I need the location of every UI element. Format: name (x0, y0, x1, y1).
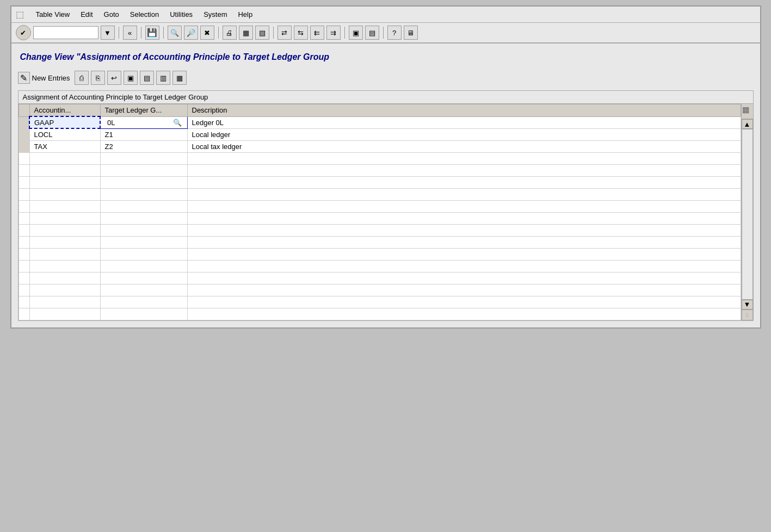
menu-edit[interactable]: Edit (75, 9, 98, 20)
action-toolbar: ✎ New Entries ⎙ ⎘ ↩ ▣ ▤ ▥ ▦ (18, 71, 754, 85)
ledger-cell-3[interactable]: Z2 (100, 140, 187, 152)
nav2-btn[interactable]: ⇆ (294, 26, 308, 40)
nav1-btn[interactable]: ⇄ (277, 26, 292, 40)
execute-button[interactable]: ✔ (16, 25, 31, 40)
empty-cell[interactable] (187, 152, 741, 164)
new-entries-icon[interactable]: ✎ (18, 72, 30, 84)
sep2 (141, 27, 141, 39)
grid-icon (743, 107, 751, 116)
table-wrapper: Accountin... Target Ledger G... Descript… (18, 104, 753, 320)
back-btn[interactable]: « (123, 26, 137, 40)
sep3 (163, 27, 164, 39)
ref-btn[interactable]: ▣ (124, 71, 138, 85)
ledger-input-1[interactable] (105, 118, 172, 127)
dropdown-btn[interactable]: ▼ (101, 26, 115, 40)
description-cell-2[interactable]: Local ledger (187, 128, 741, 140)
ledger-cell-1[interactable]: 🔍 (100, 116, 187, 128)
table-section-title: Assignment of Accounting Principle to Ta… (18, 91, 753, 104)
menu-bar: ⬚ Table View Edit Goto Selection Utiliti… (11, 7, 760, 23)
col-description-header[interactable]: Description (187, 104, 741, 117)
save-btn[interactable]: 💾 (145, 26, 159, 40)
table-row (18, 224, 741, 236)
empty-cell[interactable] (100, 152, 187, 164)
scroll-down-btn[interactable]: ▼ (742, 300, 753, 310)
table-row: TAX Z2 Local tax ledger (18, 140, 741, 152)
menu-utilities[interactable]: Utilities (164, 9, 198, 20)
win2-btn[interactable]: ▤ (365, 26, 379, 40)
table-row (18, 272, 741, 284)
main-toolbar: ✔ ▼ « 💾 🔍 🔎 ✖ 🖨 ▦ ▧ ⇄ ⇆ ⇇ ⇉ ▣ ▤ ? 🖥 (11, 23, 760, 44)
find-btn[interactable]: 🔍 (168, 26, 182, 40)
table-row (18, 212, 741, 224)
table-row (18, 200, 741, 212)
command-input[interactable] (33, 26, 98, 39)
sep7 (383, 27, 384, 39)
svg-rect-1 (746, 107, 749, 110)
menu-tableview[interactable]: Table View (30, 9, 76, 20)
accounting-cell-2[interactable]: LOCL (29, 128, 100, 140)
nav4-btn[interactable]: ⇉ (326, 26, 341, 40)
sep6 (344, 27, 345, 39)
copy-btn[interactable]: ⎙ (75, 71, 89, 85)
col-accounting-header[interactable]: Accountin... (29, 104, 100, 117)
description-cell-3[interactable]: Local tax ledger (187, 140, 741, 152)
search-icon[interactable]: 🔍 (172, 119, 183, 127)
print-btn[interactable]: 🖨 (223, 26, 237, 40)
row-selector-e1[interactable] (18, 152, 29, 164)
ref2-btn[interactable]: ▤ (140, 71, 154, 85)
new-entries-label: New Entries (32, 74, 70, 82)
accounting-cell-1[interactable]: GAAP (29, 116, 100, 128)
nav3-btn[interactable]: ⇇ (310, 26, 324, 40)
table-row (18, 152, 741, 164)
row-selector-3[interactable] (18, 140, 29, 152)
monitor-btn[interactable]: 🖥 (404, 26, 418, 40)
row-selector-1[interactable] (18, 116, 29, 128)
sep4 (218, 27, 219, 39)
menu-goto[interactable]: Goto (98, 9, 125, 20)
table-row (18, 260, 741, 272)
copy2-btn[interactable]: ⎘ (91, 71, 105, 85)
col-ledger-header[interactable]: Target Ledger G... (100, 104, 187, 117)
scroll-grip[interactable]: :: (742, 310, 753, 320)
column-settings-icon[interactable] (742, 104, 753, 119)
menu-selection[interactable]: Selection (125, 9, 164, 20)
description-cell-1[interactable]: Ledger 0L (187, 116, 741, 128)
main-window: ⬚ Table View Edit Goto Selection Utiliti… (10, 5, 761, 329)
win1-btn[interactable]: ▣ (349, 26, 363, 40)
content-area: Change View "Assignment of Accounting Pr… (11, 44, 760, 327)
row-selector-2[interactable] (18, 128, 29, 140)
table-row (18, 308, 741, 320)
menu-help[interactable]: Help (232, 9, 258, 20)
accounting-cell-3[interactable]: TAX (29, 140, 100, 152)
table-row (18, 176, 741, 188)
cancel-btn[interactable]: ✖ (200, 26, 214, 40)
table-row (18, 248, 741, 260)
svg-rect-2 (743, 110, 745, 113)
help-btn[interactable]: ? (387, 26, 402, 40)
table-row (18, 164, 741, 176)
menu-system[interactable]: System (198, 9, 232, 20)
svg-rect-3 (746, 110, 749, 113)
sep5 (273, 27, 274, 39)
table-scroll-area: Accountin... Target Ledger G... Descript… (18, 104, 741, 320)
ref4-btn[interactable]: ▦ (172, 71, 187, 85)
ledger-cell-2[interactable]: Z1 (100, 128, 187, 140)
sep1 (119, 27, 119, 39)
app-icon: ⬚ (16, 9, 24, 20)
scroll-track (742, 129, 753, 300)
ref3-btn[interactable]: ▥ (156, 71, 170, 85)
table-row: GAAP 🔍 Ledger 0L (18, 116, 741, 128)
data-table: Accountin... Target Ledger G... Descript… (18, 104, 741, 320)
svg-rect-0 (743, 107, 745, 110)
layout1-btn[interactable]: ▦ (239, 26, 253, 40)
scroll-up-btn[interactable]: ▲ (742, 119, 753, 129)
table-row (18, 236, 741, 248)
find-next-btn[interactable]: 🔎 (184, 26, 198, 40)
page-title: Change View "Assignment of Accounting Pr… (18, 48, 754, 66)
empty-cell[interactable] (29, 152, 100, 164)
layout2-btn[interactable]: ▧ (255, 26, 269, 40)
undo-btn[interactable]: ↩ (107, 71, 121, 85)
table-container: Assignment of Accounting Principle to Ta… (18, 90, 754, 321)
right-panel: ▲ ▼ :: (741, 104, 753, 320)
table-row (18, 284, 741, 296)
